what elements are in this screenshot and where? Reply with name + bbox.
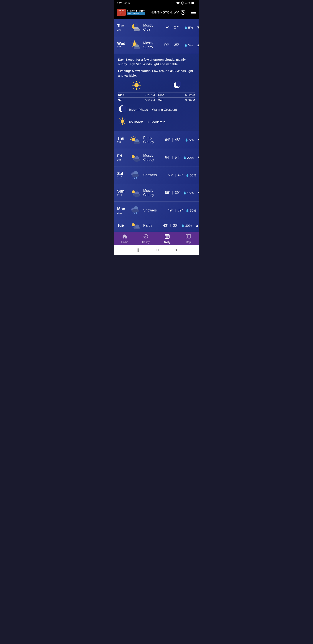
- weather-icon-sun: [130, 187, 141, 198]
- nav-map[interactable]: Map: [182, 234, 195, 244]
- high-thu: 64°: [165, 138, 170, 142]
- logo-weather: WEATHER: [127, 12, 145, 15]
- logo-brand: FIRST ALERT WEATHER: [127, 10, 145, 15]
- location-text: HUNTINGTON, WV: [150, 11, 179, 14]
- nav-hourly[interactable]: Hourly: [139, 234, 152, 244]
- svg-point-23: [134, 47, 140, 50]
- sun-set-label: Set: [118, 98, 122, 102]
- nav-map-label: Map: [186, 241, 191, 244]
- search-icon: [182, 11, 184, 14]
- svg-line-41: [120, 118, 121, 120]
- battery-percent: 49%: [185, 2, 190, 4]
- precip-sun: 💧 15%: [182, 191, 194, 195]
- uv-label: UV Index: [129, 120, 143, 124]
- low-sun: 39°: [175, 191, 180, 194]
- weather-desc-wed: MostlySunny: [143, 41, 153, 49]
- svg-line-43: [124, 118, 125, 120]
- svg-point-34: [176, 81, 181, 86]
- day-date-wed: 2/7: [117, 46, 128, 49]
- svg-point-8: [134, 23, 138, 28]
- svg-point-54: [134, 142, 140, 144]
- location-display[interactable]: HUNTINGTON, WV: [150, 10, 185, 15]
- svg-point-45: [121, 120, 124, 123]
- sun-rise-time: 7:29AM: [145, 93, 155, 96]
- precip-wed: 💧 5%: [182, 43, 193, 47]
- svg-point-63: [132, 174, 139, 177]
- low-sat: 42°: [178, 173, 183, 177]
- chevron-sun[interactable]: ▼: [197, 190, 199, 195]
- chevron-tue2[interactable]: ▲: [195, 223, 199, 228]
- partly-cloudy-day-icon: [130, 136, 141, 144]
- battery-icon: [192, 2, 196, 4]
- day-info-thu: Thu 2/8: [117, 136, 128, 144]
- day-info-mon: Mon 2/12: [117, 207, 128, 214]
- drop-icon-wed: 💧: [184, 44, 188, 47]
- android-recent-btn[interactable]: |||: [135, 248, 139, 252]
- search-button[interactable]: [181, 10, 185, 15]
- weather-row-tue[interactable]: Tue 2/6 MostlyClear --° | 27° 💧 5%: [114, 19, 199, 36]
- temps-sun: 56° | 39°: [156, 191, 180, 195]
- android-back-btn[interactable]: <: [175, 248, 178, 252]
- nav-daily[interactable]: Daily: [161, 234, 174, 244]
- svg-point-79: [132, 223, 135, 226]
- weather-desc-fri: MostlyCloudy: [143, 154, 154, 162]
- weather-row-tue2[interactable]: Tue Partly 43° | 30° 💧 30% ▲: [114, 219, 199, 232]
- high-tue: --°: [166, 26, 170, 29]
- svg-line-6: [183, 13, 184, 14]
- weather-desc-sun: MostlyCloudy: [143, 189, 154, 197]
- weather-row-wed[interactable]: Wed 2/7: [114, 36, 199, 54]
- day-name-sat: Sat: [117, 172, 128, 176]
- android-nav-bar: ||| □ <: [114, 245, 199, 255]
- weather-row-mon[interactable]: Mon 2/12 Showers 49° | 32° 💧 50% ▼: [114, 202, 199, 219]
- precip-pct-mon: 50%: [190, 209, 196, 212]
- nav-hourly-label: Hourly: [142, 241, 150, 244]
- weather-row-fri[interactable]: Fri 2/9 MostlyCloudy 64° | 54° 💧 20% ▼: [114, 149, 199, 166]
- svg-line-76: [133, 212, 133, 214]
- weather-icon-sat: [130, 170, 141, 181]
- weather-row-sun[interactable]: Sun 2/11 MostlyCloudy 56° | 39° 💧 15% ▼: [114, 184, 199, 202]
- status-right: 49%: [176, 2, 196, 4]
- evening-description: Evening: A few clouds. Low around 35F. W…: [118, 69, 195, 78]
- svg-point-32: [134, 83, 139, 88]
- high-wed: 59°: [164, 43, 170, 47]
- chevron-tue[interactable]: ▼: [196, 25, 199, 30]
- chevron-thu[interactable]: ▼: [197, 138, 199, 142]
- weather-icon-wed: [130, 40, 141, 51]
- weather-desc-tue: MostlyClear: [143, 23, 153, 32]
- nav-home[interactable]: Home: [118, 234, 131, 244]
- weather-row-thu[interactable]: Thu 2/8 PartlyCloudy 64° | 48°: [114, 131, 199, 149]
- detail-panel-wed: Day: Except for a few afternoon clouds, …: [114, 54, 199, 131]
- low-wed: 35°: [174, 43, 179, 47]
- nav-daily-label: Daily: [164, 241, 170, 244]
- svg-line-64: [133, 177, 133, 178]
- moon-phase-row: Moon Phase Waning Crescent: [118, 105, 195, 114]
- svg-rect-92: [167, 237, 167, 238]
- status-temp: 52°: [124, 2, 127, 4]
- day-date-fri: 2/9: [117, 158, 128, 162]
- day-name-sun: Sun: [117, 189, 128, 194]
- sun-set-time: 5:58PM: [145, 98, 155, 102]
- precip-pct-sat: 55%: [190, 174, 196, 177]
- high-sun: 56°: [165, 191, 170, 194]
- svg-line-30: [139, 82, 140, 83]
- weather-desc-sat: Showers: [143, 173, 157, 177]
- uv-icon: [118, 117, 127, 126]
- chevron-wed[interactable]: ▲: [196, 43, 199, 48]
- day-description: Day: Except for a few afternoon clouds, …: [118, 58, 195, 66]
- svg-point-75: [132, 209, 139, 212]
- header: WBAZ 3 FIRST ALERT WEATHER HUNTINGTON, W…: [114, 6, 199, 19]
- weather-icon-thu: [130, 134, 141, 146]
- svg-line-44: [120, 123, 121, 124]
- precip-mon: 💧 50%: [185, 209, 196, 212]
- precip-tue: 💧 5%: [182, 26, 193, 29]
- day-name-tue: Tue: [117, 24, 128, 28]
- moon-rise-label: Rise: [158, 93, 164, 96]
- map-icon: [186, 234, 191, 240]
- daily-icon: [165, 234, 170, 240]
- chevron-fri[interactable]: ▼: [197, 155, 199, 160]
- menu-button[interactable]: [191, 11, 196, 14]
- android-home-btn[interactable]: □: [156, 248, 159, 252]
- hourly-icon: [143, 234, 148, 240]
- weather-row-sat[interactable]: Sat 2/10 Showers 63° | 42° 💧 55% ▼: [114, 166, 199, 184]
- svg-rect-90: [168, 236, 168, 237]
